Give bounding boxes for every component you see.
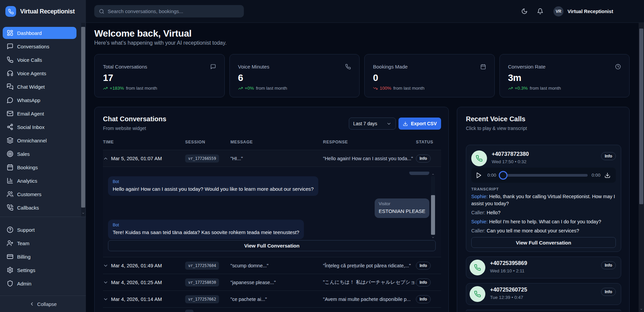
export-csv-button[interactable]: Export CSV: [398, 118, 441, 130]
brand-logo: [5, 6, 16, 17]
sidebar-item-label: Support: [17, 227, 35, 233]
cell-time-value: Mar 4, 2026, 01:14 AM: [111, 296, 162, 302]
calendar-icon: [7, 164, 13, 171]
scrollbar-down-arrow-icon[interactable]: [430, 235, 436, 239]
avatar[interactable]: VR: [553, 6, 564, 16]
user-name: Virtual Receptionist: [568, 9, 613, 14]
sidebar-item-billing[interactable]: Billing: [3, 251, 76, 263]
cell-message: "ce pachete ai...": [230, 297, 323, 302]
sidebar-item-dashboard[interactable]: Dashboard: [3, 27, 76, 39]
table-row[interactable]: Mar 4, 2026, 01:14 AM vr_177257662 "ce p…: [103, 291, 441, 307]
sidebar-item-voice-agents[interactable]: Voice Agents: [3, 67, 76, 79]
scrollbar-thumb[interactable]: [81, 27, 85, 208]
collapse-button[interactable]: Collapse: [29, 301, 57, 307]
chevron-down-icon: [103, 263, 108, 268]
session-badge: vr_177266559: [185, 154, 219, 163]
sidebar-item-label: Billing: [17, 254, 31, 260]
sidebar-item-voice-calls[interactable]: Voice Calls: [3, 54, 76, 66]
recent-voice-calls-panel: Recent Voice Calls Click to play & view …: [457, 107, 630, 312]
sidebar-item-chat-widget[interactable]: Chat Widget: [3, 81, 76, 93]
notifications-button[interactable]: [537, 8, 544, 15]
message-circle-icon: [7, 97, 13, 103]
sidebar-item-team[interactable]: Team: [3, 237, 76, 249]
transcript-text: Hello! I'm here to help. What can I do f…: [489, 219, 601, 224]
bubble-text: ESTONIAN PLEASE: [379, 208, 425, 215]
sidebar-item-settings[interactable]: Settings: [3, 264, 76, 276]
download-recording-button[interactable]: [604, 172, 611, 179]
table-row[interactable]: Mar 4, 2026, 01:49 AM vr_177257604 "scum…: [103, 257, 441, 274]
bot-message-bubble: Bot Hello again! How can I assist you to…: [108, 176, 318, 196]
sidebar-item-admin[interactable]: Admin: [3, 277, 76, 289]
sidebar-item-conversations[interactable]: Conversations: [3, 40, 76, 52]
message-square-icon: [210, 64, 216, 70]
stat-label: Bookings Made: [373, 64, 487, 70]
transcript-text: Hello, thank you for calling Virtual Rec…: [471, 194, 615, 206]
sidebar-item-support[interactable]: Support: [3, 224, 76, 236]
stat-trend-value: +0.3%: [515, 86, 528, 91]
sidebar-item-callbacks[interactable]: Callbacks: [3, 202, 76, 214]
phone-icon: [7, 56, 13, 63]
audio-slider-knob[interactable]: [499, 171, 507, 180]
sidebar-item-customers[interactable]: Customers: [3, 188, 76, 200]
expanded-conversation: Bot Hello again! How can I assist you to…: [103, 167, 441, 257]
target-icon: [7, 150, 13, 157]
sidebar-secondary-nav: Support Team Billing Settings Admin: [0, 217, 86, 294]
voice-call-card[interactable]: +40725395869 Wed 16:10 • 2:11 Info: [466, 257, 621, 278]
status-badge: Info: [601, 261, 616, 269]
scrollbar-down-arrow-icon[interactable]: [80, 211, 86, 215]
chat-conversations-panel: Chat Conversations From website widget L…: [94, 107, 449, 312]
sidebar-item-bookings[interactable]: Bookings: [3, 161, 76, 173]
sidebar-item-label: Email Agent: [17, 111, 44, 117]
chat-panel-subtitle: From website widget: [103, 126, 166, 131]
transcript-speaker: Sophie:: [471, 219, 488, 224]
theme-toggle-button[interactable]: [521, 8, 528, 15]
transcript-line: Caller: Can you tell me more about your …: [471, 227, 616, 234]
scrollbar-thumb[interactable]: [431, 195, 435, 235]
audio-seek-slider[interactable]: [499, 171, 587, 180]
view-full-conversation-button[interactable]: View Full Conversation: [471, 237, 616, 248]
date-range-select[interactable]: Last 7 days: [349, 118, 396, 130]
sidebar-item-analytics[interactable]: Analytics: [3, 175, 76, 187]
scrollbar-down-arrow-icon[interactable]: [639, 307, 644, 311]
table-row[interactable]: Mar 5, 2026, 01:07 AM vr_177266559 "HI..…: [103, 150, 441, 167]
scrollbar-thumb[interactable]: [639, 29, 643, 204]
sidebar-item-social-inbox[interactable]: Social Inbox: [3, 121, 76, 133]
call-avatar: [470, 260, 485, 275]
table-row[interactable]: Mar 4, 2026, 01:25 AM vr_177258030 "japa…: [103, 274, 441, 291]
conversation-scroll-area[interactable]: Bot Hello again! How can I assist you to…: [108, 171, 436, 239]
phone-icon: [345, 64, 351, 70]
transcript-text: Can you tell me more about your services…: [487, 228, 579, 233]
voice-call-card-partial: [466, 310, 621, 311]
voice-call-card[interactable]: +40737872380 Wed 17:50 • 0:32 Info 0:00: [466, 145, 621, 252]
sidebar-item-sales[interactable]: Sales: [3, 148, 76, 160]
sidebar-item-label: Voice Calls: [17, 57, 42, 63]
stat-card-bookings-made: Bookings Made 0 100% from last month: [364, 54, 495, 97]
stat-trend-value: +0%: [245, 86, 254, 91]
sidebar-item-label: Omnichannel: [17, 138, 47, 143]
sidebar-item-email-agent[interactable]: Email Agent: [3, 107, 76, 120]
view-full-conversation-button[interactable]: View Full Conversation: [108, 240, 436, 251]
conversation-scrollbar[interactable]: [430, 172, 436, 239]
download-icon: [604, 172, 610, 178]
page-scrollbar[interactable]: [639, 23, 644, 312]
page-title: Welcome back, Virtual: [94, 28, 630, 39]
stat-value: 6: [238, 73, 352, 83]
stat-trend-value: 100%: [380, 86, 391, 91]
scrollbar-up-arrow-icon[interactable]: [430, 172, 436, 176]
voice-call-card[interactable]: +40725260725 Tue 12:39 • 0:47 Info: [466, 283, 621, 305]
bar-chart-icon: [7, 177, 13, 184]
search-box: [94, 5, 244, 17]
chevron-up-icon: [103, 156, 108, 161]
stat-value: 3m: [508, 73, 622, 83]
sidebar-item-whatsapp[interactable]: WhatsApp: [3, 94, 76, 106]
stat-label: Conversion Rate: [508, 64, 622, 70]
search-input[interactable]: [108, 8, 239, 14]
sidebar-item-omnichannel[interactable]: Omnichannel: [3, 134, 76, 146]
date-range-value: Last 7 days: [353, 121, 377, 126]
clipped-message-bubble: [409, 172, 429, 175]
phone-icon: [474, 291, 481, 298]
play-button[interactable]: [475, 172, 483, 179]
sidebar-scrollbar[interactable]: [80, 23, 86, 217]
stat-trend-value: +183%: [110, 86, 124, 91]
sidebar-item-label: Conversations: [17, 44, 49, 49]
